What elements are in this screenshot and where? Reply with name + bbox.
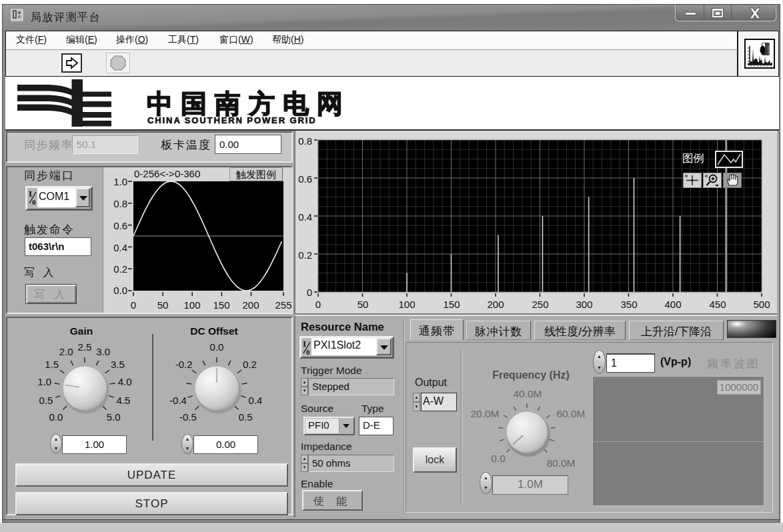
svg-text:3.5: 3.5: [111, 359, 125, 370]
svg-text:I: I: [303, 339, 306, 349]
svg-text:60.0M: 60.0M: [556, 408, 585, 419]
svg-text:0.4: 0.4: [249, 395, 263, 406]
svg-text:20.0M: 20.0M: [470, 408, 499, 419]
svg-text:1.0: 1.0: [37, 376, 51, 387]
svg-text:-0.2: -0.2: [175, 359, 193, 370]
svg-text:0.5: 0.5: [39, 395, 53, 406]
svg-text:40.0M: 40.0M: [513, 388, 542, 399]
svg-text:0.0: 0.0: [210, 341, 224, 353]
svg-text:I: I: [29, 189, 32, 199]
svg-text:5.0: 5.0: [107, 411, 121, 423]
svg-text:0: 0: [32, 198, 36, 206]
svg-text:-0.5: -0.5: [179, 411, 197, 423]
svg-text:3.0: 3.0: [96, 346, 110, 357]
svg-text:80.0M: 80.0M: [546, 457, 575, 469]
svg-text:4.0: 4.0: [118, 376, 132, 387]
svg-text:1.5: 1.5: [45, 359, 59, 370]
svg-text:0.5: 0.5: [239, 411, 253, 423]
svg-text:0: 0: [306, 348, 310, 356]
svg-text:-0.4: -0.4: [169, 395, 187, 406]
svg-text:2.0: 2.0: [59, 346, 73, 357]
svg-text:0.0: 0.0: [49, 411, 63, 423]
svg-text:0.2: 0.2: [243, 359, 257, 370]
svg-text:4.5: 4.5: [117, 395, 131, 406]
svg-text:图例: 图例: [682, 152, 704, 164]
svg-text:2.5: 2.5: [78, 341, 92, 353]
svg-text:0.0: 0.0: [491, 453, 506, 464]
